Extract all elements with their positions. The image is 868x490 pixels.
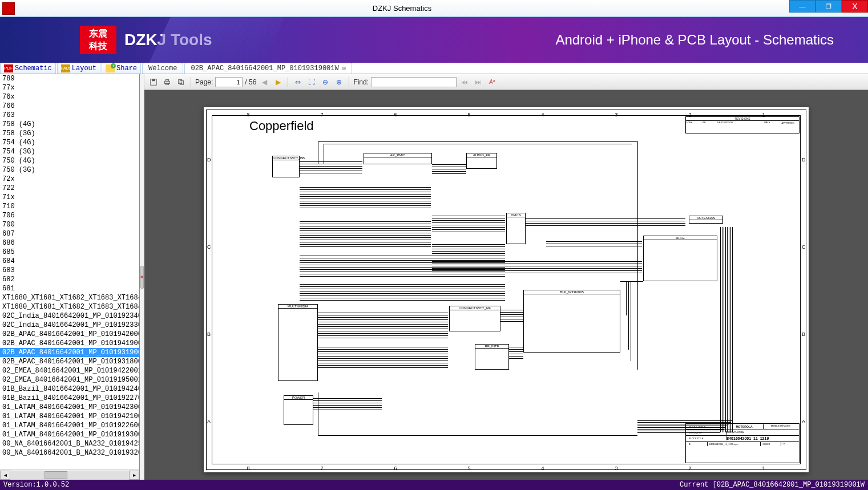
fit-width-button[interactable]: ⇔ <box>292 76 304 88</box>
maximize-button[interactable]: ❐ <box>815 0 842 13</box>
schematic-title: Copperfield <box>249 119 314 133</box>
coord-col: 6 <box>394 112 397 118</box>
tree-item[interactable]: 750 (3G) <box>0 165 139 175</box>
doc-tab-welcome-label: Welcome <box>148 64 177 72</box>
tree-item[interactable]: 710 <box>0 202 139 211</box>
tree-item[interactable]: 01_LATAM_84016642001_MP_01019226001W <box>0 421 139 430</box>
coord-col: 4 <box>542 465 544 471</box>
page-input[interactable] <box>215 77 243 87</box>
app-icon <box>2 2 15 15</box>
coord-col: 7 <box>321 112 324 118</box>
coord-col: 6 <box>394 465 397 471</box>
tree-item[interactable]: 750 (4G) <box>0 156 139 165</box>
tree-item[interactable]: 77x <box>0 83 139 92</box>
block-multimedia: MULTIMEDIA <box>278 304 318 381</box>
next-page-button[interactable]: ▶ <box>272 76 284 88</box>
viewer-toolbar: Page: / 56 ◀ ▶ ⇔ ⛶ ⊖ ⊕ Find: ⏮ ⏭ Aª <box>144 74 868 90</box>
tree-item[interactable]: 686 <box>0 238 139 248</box>
tree-item[interactable]: 76x <box>0 92 139 102</box>
tree-item[interactable]: XT1680_XT1681_XT1682_XT1683_XT1684_XT1 <box>0 302 139 311</box>
find-input[interactable] <box>371 77 457 87</box>
fit-page-icon: ⛶ <box>308 78 315 86</box>
zoom-in-button[interactable]: ⊕ <box>333 76 345 88</box>
copy-icon <box>177 78 185 86</box>
tree-item[interactable]: XT1680_XT1681_XT1682_XT1683_XT1684_XT1 <box>0 293 139 302</box>
match-case-button[interactable]: Aª <box>486 76 498 88</box>
scroll-thumb[interactable] <box>45 471 67 479</box>
tree-item[interactable]: 681 <box>0 284 139 293</box>
coord-col: 3 <box>615 112 618 118</box>
canvas[interactable]: Copperfield 8877665544332211DDCCBBAA REV… <box>144 90 868 480</box>
tree-item[interactable]: 766 <box>0 102 139 111</box>
find-prev-icon: ⏮ <box>461 78 468 86</box>
coord-col: 4 <box>542 112 544 118</box>
tree-item[interactable]: 758 (3G) <box>0 129 139 138</box>
tree-item[interactable]: 72x <box>0 175 139 184</box>
tree-item[interactable]: 682 <box>0 275 139 284</box>
minimize-button[interactable]: — <box>789 0 815 13</box>
tab-schematic[interactable]: PDF Schematic <box>0 63 56 74</box>
close-tab-icon[interactable]: ⊠ <box>342 65 346 72</box>
revisions-table: REVISIONS ZONELTRDESCRIPTIONDATEAPPROVED <box>685 116 800 133</box>
copy-button[interactable] <box>175 76 187 88</box>
find-prev-button[interactable]: ⏮ <box>459 76 470 88</box>
tree-item[interactable]: 754 (3G) <box>0 147 139 156</box>
scroll-right-icon[interactable]: ▸ <box>129 471 139 480</box>
scroll-left-icon[interactable]: ◂ <box>0 471 10 480</box>
tree-item[interactable]: 01_LATAM_84016642001_MP_01019421001W <box>0 412 139 421</box>
find-next-button[interactable]: ⏭ <box>473 76 484 88</box>
file-tree[interactable]: 78977x76x766763758 (4G)758 (3G)754 (4G)7… <box>0 74 139 469</box>
tree-item[interactable]: 01_LATAM_84016642001_MP_01019423001W <box>0 403 139 412</box>
doc-tab-active-label: 02B_APAC_84016642001_MP_01019319001W <box>191 64 338 72</box>
logo: 东震 科技 <box>80 26 116 54</box>
tree-item[interactable]: 71x <box>0 193 139 202</box>
fit-page-button[interactable]: ⛶ <box>306 76 317 88</box>
tree-item[interactable]: 722 <box>0 184 139 193</box>
save-icon <box>150 78 158 86</box>
tree-item[interactable]: 02_EMEA_84016642001_MP_01019195001W <box>0 375 139 384</box>
share-icon <box>106 64 115 72</box>
print-button[interactable] <box>162 76 173 88</box>
scroll-track[interactable] <box>10 471 129 480</box>
zoom-out-button[interactable]: ⊖ <box>320 76 331 88</box>
separator <box>349 77 349 87</box>
save-button[interactable] <box>148 76 159 88</box>
tree-item[interactable]: 683 <box>0 266 139 275</box>
tree-item[interactable]: 02C_India_84016642001_MP_01019234001W <box>0 311 139 321</box>
tree-item[interactable]: 01B_Bazil_84016642001_MP_01019424001W <box>0 384 139 394</box>
tree-item[interactable]: 687 <box>0 229 139 238</box>
prev-page-button[interactable]: ◀ <box>259 76 270 88</box>
tree-item[interactable]: 700 <box>0 220 139 229</box>
tree-item[interactable]: 758 (4G) <box>0 120 139 129</box>
tree-item[interactable]: 00_NA_84016642001_B_NA232_01019425001W <box>0 439 139 448</box>
sidebar-hscroll[interactable]: ◂ ▸ <box>0 469 139 480</box>
tree-item[interactable]: 02_EMEA_84016642001_MP_01019422001W <box>0 366 139 375</box>
doc-tab-welcome[interactable]: Welcome <box>142 63 183 74</box>
coord-col: 7 <box>321 465 324 471</box>
tree-item[interactable]: 789 <box>0 74 139 83</box>
tree-item[interactable]: 02B_APAC_84016642001_MP_01019318001W <box>0 357 139 366</box>
schematic-page: Copperfield 8877665544332211DDCCBBAA REV… <box>204 107 809 472</box>
window-title: DZKJ Schematics <box>15 4 789 13</box>
tree-item[interactable]: 02C_India_84016642001_MP_01019233001W <box>0 321 139 330</box>
close-button[interactable]: X <box>842 0 868 13</box>
tab-share[interactable]: Share <box>102 63 141 74</box>
splitter[interactable] <box>140 74 144 480</box>
tree-item[interactable]: 763 <box>0 111 139 120</box>
block-antenna: ANTENNAS <box>689 216 723 224</box>
tree-item[interactable]: 00_NA_84016642001_B_NA232_01019320001W <box>0 448 139 457</box>
coord-col: 2 <box>689 465 692 471</box>
doc-tab-active[interactable]: 02B_APAC_84016642001_MP_01019319001W ⊠ <box>184 63 352 74</box>
tree-item[interactable]: 01B_Bazil_84016642001_MP_01019227001W <box>0 394 139 403</box>
tab-share-label: Share <box>116 64 137 72</box>
tree-item[interactable]: 02B_APAC_84016642001_MP_01019419001W <box>0 339 139 348</box>
tree-item[interactable]: 706 <box>0 211 139 220</box>
tree-item[interactable]: 01_LATAM_84016642001_MP_01019193001W <box>0 430 139 439</box>
tab-layout[interactable]: PADS Layout <box>57 63 100 74</box>
tree-item[interactable]: 02B_APAC_84016642001_MP_01019420001W <box>0 330 139 339</box>
tree-item[interactable]: 685 <box>0 248 139 257</box>
tree-item[interactable]: 02B_APAC_84016642001_MP_01019319001W <box>0 348 139 357</box>
tree-item[interactable]: 754 (4G) <box>0 138 139 147</box>
coord-col: 5 <box>468 465 471 471</box>
tree-item[interactable]: 684 <box>0 257 139 266</box>
